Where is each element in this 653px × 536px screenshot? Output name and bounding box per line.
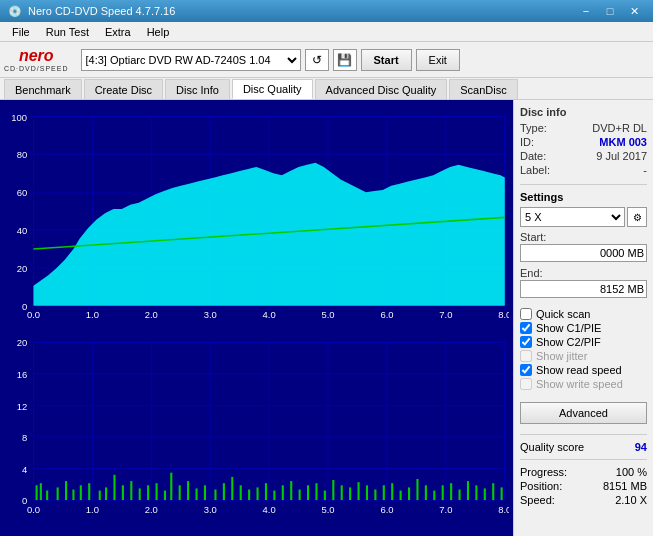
drive-select[interactable]: [4:3] Optiarc DVD RW AD-7240S 1.04 — [81, 49, 301, 71]
tab-create-disc[interactable]: Create Disc — [84, 79, 163, 99]
show-c2pif-checkbox[interactable] — [520, 336, 532, 348]
show-c1pie-checkbox[interactable] — [520, 322, 532, 334]
svg-text:8.0: 8.0 — [498, 309, 509, 320]
svg-rect-88 — [290, 481, 292, 500]
svg-rect-76 — [187, 481, 189, 500]
progress-label: Progress: — [520, 466, 567, 478]
advanced-button[interactable]: Advanced — [520, 402, 647, 424]
start-button[interactable]: Start — [361, 49, 412, 71]
menu-run-test[interactable]: Run Test — [38, 24, 97, 40]
svg-text:7.0: 7.0 — [439, 503, 452, 514]
svg-rect-87 — [282, 485, 284, 500]
svg-rect-96 — [358, 482, 360, 500]
svg-rect-104 — [425, 485, 427, 500]
tab-scan-disc[interactable]: ScanDisc — [449, 79, 517, 99]
svg-text:1.0: 1.0 — [86, 309, 99, 320]
svg-rect-63 — [80, 485, 82, 500]
start-label: Start: — [520, 231, 647, 243]
toolbar: nero CD·DVD/SPEED [4:3] Optiarc DVD RW A… — [0, 42, 653, 78]
maximize-btn[interactable]: □ — [599, 3, 621, 19]
refresh-icon-btn[interactable]: ↺ — [305, 49, 329, 71]
svg-text:80: 80 — [17, 149, 28, 160]
svg-rect-73 — [164, 490, 166, 499]
show-jitter-checkbox[interactable] — [520, 350, 532, 362]
end-field[interactable] — [520, 280, 647, 298]
quick-scan-label: Quick scan — [536, 308, 590, 320]
svg-rect-78 — [204, 485, 206, 500]
main-content: 0 20 40 60 80 100 2 4 6 8 10 12 14 16 0.… — [0, 100, 653, 536]
date-label: Date: — [520, 150, 546, 162]
svg-rect-77 — [195, 488, 197, 500]
divider-1 — [520, 184, 647, 185]
tab-benchmark[interactable]: Benchmark — [4, 79, 82, 99]
tab-advanced-disc-quality[interactable]: Advanced Disc Quality — [315, 79, 448, 99]
svg-rect-108 — [459, 489, 461, 500]
quality-score-row: Quality score 94 — [520, 441, 647, 453]
save-icon-btn[interactable]: 💾 — [333, 49, 357, 71]
svg-text:12: 12 — [17, 400, 28, 411]
menu-file[interactable]: File — [4, 24, 38, 40]
svg-text:5.0: 5.0 — [321, 309, 334, 320]
show-c1pie-row: Show C1/PIE — [520, 322, 647, 334]
svg-rect-106 — [442, 485, 444, 500]
svg-rect-86 — [273, 490, 275, 499]
disc-info-title: Disc info — [520, 106, 647, 118]
quick-scan-checkbox[interactable] — [520, 308, 532, 320]
chart-area: 0 20 40 60 80 100 2 4 6 8 10 12 14 16 0.… — [0, 100, 513, 536]
svg-text:0.0: 0.0 — [27, 309, 40, 320]
show-c1pie-label: Show C1/PIE — [536, 322, 601, 334]
minimize-btn[interactable]: − — [575, 3, 597, 19]
svg-rect-112 — [492, 483, 494, 500]
show-read-speed-label: Show read speed — [536, 364, 622, 376]
svg-rect-70 — [139, 488, 141, 500]
svg-rect-92 — [324, 490, 326, 499]
svg-rect-80 — [223, 483, 225, 500]
svg-rect-59 — [46, 490, 48, 499]
show-read-speed-row: Show read speed — [520, 364, 647, 376]
speed-value: 2.10 X — [615, 494, 647, 506]
label-value: - — [643, 164, 647, 176]
type-label: Type: — [520, 122, 547, 134]
tab-bar: Benchmark Create Disc Disc Info Disc Qua… — [0, 78, 653, 100]
svg-rect-111 — [484, 488, 486, 500]
show-write-speed-checkbox[interactable] — [520, 378, 532, 390]
svg-text:5.0: 5.0 — [321, 503, 334, 514]
checkbox-section: Quick scan Show C1/PIE Show C2/PIF Show … — [520, 308, 647, 390]
tab-disc-quality[interactable]: Disc Quality — [232, 79, 313, 99]
logo-area: nero CD·DVD/SPEED — [4, 47, 69, 72]
speed-select[interactable]: 5 X — [520, 207, 625, 227]
close-btn[interactable]: ✕ — [623, 3, 645, 19]
show-c2pif-row: Show C2/PIF — [520, 336, 647, 348]
svg-text:7.0: 7.0 — [439, 309, 452, 320]
svg-rect-94 — [341, 485, 343, 500]
id-value: MKM 003 — [599, 136, 647, 148]
exit-button[interactable]: Exit — [416, 49, 460, 71]
logo-sub: CD·DVD/SPEED — [4, 65, 69, 72]
svg-text:100: 100 — [11, 112, 27, 123]
svg-text:60: 60 — [17, 187, 28, 198]
title-bar-title: Nero CD-DVD Speed 4.7.7.16 — [28, 5, 175, 17]
svg-text:3.0: 3.0 — [204, 309, 217, 320]
svg-text:1.0: 1.0 — [86, 503, 99, 514]
svg-rect-110 — [475, 485, 477, 500]
svg-rect-98 — [374, 489, 376, 500]
tab-disc-info[interactable]: Disc Info — [165, 79, 230, 99]
type-value: DVD+R DL — [592, 122, 647, 134]
svg-text:40: 40 — [17, 225, 28, 236]
svg-rect-61 — [65, 481, 67, 500]
menu-extra[interactable]: Extra — [97, 24, 139, 40]
svg-rect-91 — [315, 483, 317, 500]
start-field[interactable] — [520, 244, 647, 262]
settings-icon-btn[interactable]: ⚙ — [627, 207, 647, 227]
svg-rect-64 — [88, 483, 90, 500]
svg-text:3.0: 3.0 — [204, 503, 217, 514]
progress-value: 100 % — [616, 466, 647, 478]
svg-rect-100 — [391, 483, 393, 500]
id-label: ID: — [520, 136, 534, 148]
svg-text:2.0: 2.0 — [145, 309, 158, 320]
menu-help[interactable]: Help — [139, 24, 178, 40]
show-read-speed-checkbox[interactable] — [520, 364, 532, 376]
svg-text:4.0: 4.0 — [263, 309, 276, 320]
svg-text:8: 8 — [22, 432, 27, 443]
svg-rect-89 — [299, 489, 301, 500]
